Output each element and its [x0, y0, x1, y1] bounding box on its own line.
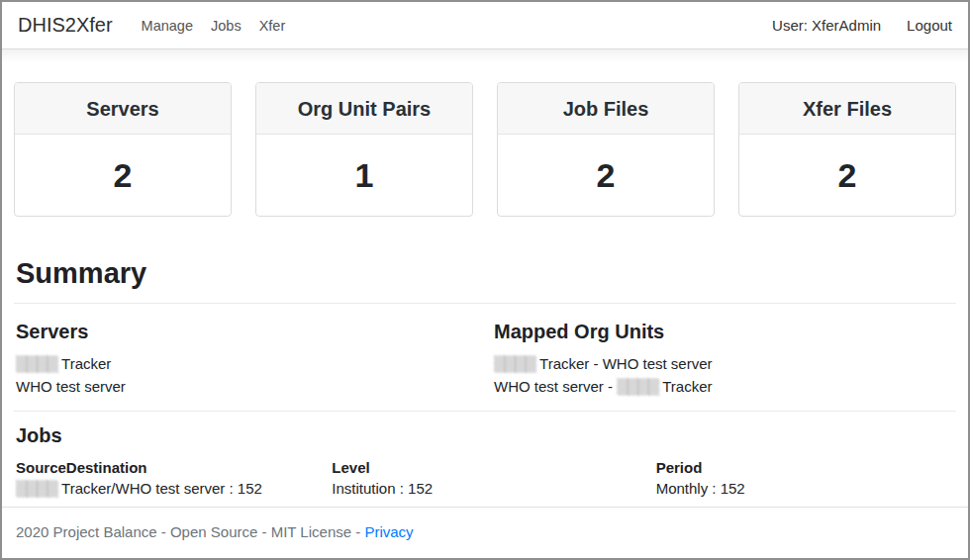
mapped-org-unit-item: ▒▒▒▒ Tracker - WHO test server — [494, 353, 956, 376]
stat-card-title: Xfer Files — [739, 83, 955, 135]
brand-link[interactable]: DHIS2Xfer — [18, 14, 113, 37]
divider — [14, 411, 956, 412]
stat-card-value: 1 — [256, 135, 472, 216]
jobs-period-column: Period Monthly : 152 — [632, 459, 956, 498]
redacted-server-name: ▒▒▒▒ — [617, 378, 658, 396]
logout-link[interactable]: Logout — [907, 17, 952, 34]
footer-text: 2020 Project Balance - Open Source - MIT… — [16, 523, 364, 540]
servers-heading: Servers — [16, 321, 478, 343]
jobs-value-text: Tracker/WHO test server : 152 — [57, 480, 262, 497]
stat-card-title: Servers — [15, 83, 231, 135]
jobs-column-label: Period — [656, 459, 956, 476]
mapped-org-unit-item: WHO test server - ▒▒▒▒ Tracker — [494, 376, 956, 399]
navbar-right: User: XferAdmin Logout — [772, 17, 952, 34]
mapping-text: Tracker - WHO test server — [535, 355, 712, 372]
server-name: Tracker — [57, 355, 111, 372]
footer: 2020 Project Balance - Open Source - MIT… — [2, 507, 968, 558]
mapped-org-units-heading: Mapped Org Units — [494, 321, 956, 343]
jobs-section: Jobs SourceDestination ▒▒▒▒ Tracker/WHO … — [14, 424, 956, 498]
jobs-heading: Jobs — [16, 424, 954, 447]
servers-section: Servers ▒▒▒▒ Tracker WHO test server — [14, 321, 478, 398]
stat-card-org-unit-pairs: Org Unit Pairs 1 — [255, 82, 473, 217]
privacy-link[interactable]: Privacy — [364, 523, 413, 540]
mapping-text: WHO test server - — [494, 378, 617, 395]
summary-columns: Servers ▒▒▒▒ Tracker WHO test server Map… — [14, 321, 956, 398]
jobs-columns: SourceDestination ▒▒▒▒ Tracker/WHO test … — [14, 459, 956, 498]
nav-links: Manage Jobs Xfer — [133, 18, 295, 34]
summary-heading: Summary — [16, 257, 954, 290]
mapping-text: Tracker — [658, 378, 712, 395]
nav-item-xfer[interactable]: Xfer — [250, 18, 295, 34]
server-list-item: WHO test server — [16, 376, 478, 398]
stat-card-value: 2 — [739, 135, 955, 216]
jobs-column-value: Monthly : 152 — [656, 480, 956, 497]
stat-card-job-files: Job Files 2 — [497, 82, 715, 217]
jobs-source-destination-column: SourceDestination ▒▒▒▒ Tracker/WHO test … — [14, 459, 316, 498]
server-list-item: ▒▒▒▒ Tracker — [16, 353, 478, 376]
jobs-column-label: SourceDestination — [16, 459, 316, 476]
nav-item-jobs[interactable]: Jobs — [202, 18, 250, 34]
stat-card-servers: Servers 2 — [14, 82, 232, 217]
app-window: DHIS2Xfer Manage Jobs Xfer User: XferAdm… — [0, 0, 970, 560]
jobs-column-label: Level — [332, 459, 631, 476]
redacted-server-name: ▒▒▒▒ — [16, 480, 57, 498]
nav-item-manage[interactable]: Manage — [133, 18, 202, 34]
stat-card-value: 2 — [15, 135, 231, 216]
navbar: DHIS2Xfer Manage Jobs Xfer User: XferAdm… — [2, 2, 968, 49]
jobs-column-value: ▒▒▒▒ Tracker/WHO test server : 152 — [16, 480, 316, 498]
current-user-label: User: XferAdmin — [772, 17, 881, 34]
divider — [14, 303, 956, 304]
stat-card-title: Job Files — [498, 83, 714, 135]
main-content: Servers 2 Org Unit Pairs 1 Job Files 2 X… — [2, 82, 968, 498]
jobs-column-value: Institution : 152 — [332, 480, 631, 497]
stat-card-xfer-files: Xfer Files 2 — [738, 82, 956, 217]
server-name: WHO test server — [16, 378, 126, 395]
mapped-org-units-section: Mapped Org Units ▒▒▒▒ Tracker - WHO test… — [478, 321, 956, 398]
redacted-server-name: ▒▒▒▒ — [16, 355, 57, 373]
stat-card-value: 2 — [498, 135, 714, 216]
redacted-server-name: ▒▒▒▒ — [494, 355, 535, 373]
stat-cards-row: Servers 2 Org Unit Pairs 1 Job Files 2 X… — [14, 82, 956, 217]
jobs-level-column: Level Institution : 152 — [316, 459, 631, 498]
stat-card-title: Org Unit Pairs — [256, 83, 472, 135]
